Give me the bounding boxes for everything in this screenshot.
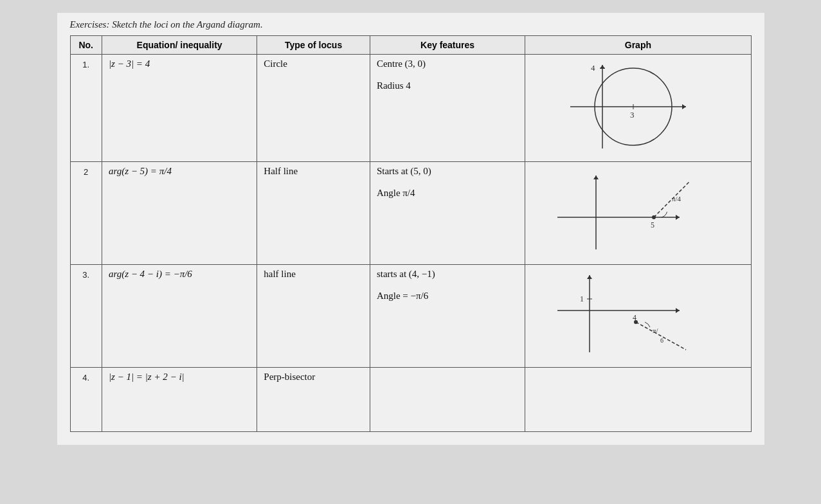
- table-row: 4. |z − 1| = |z + 2 − i| Perp-bisector: [70, 368, 751, 432]
- row-1-graph: 4 3: [525, 55, 751, 162]
- row-1-key: Centre (3, 0)Radius 4: [370, 55, 525, 162]
- svg-line-21: [636, 322, 686, 350]
- svg-marker-2: [682, 104, 686, 109]
- header-equation: Equation/ inequality: [102, 36, 257, 55]
- row-1-no: 1.: [70, 55, 102, 162]
- halfline2-graph: 1 4 π/ 6: [532, 269, 699, 359]
- row-4-no: 4.: [70, 368, 102, 432]
- svg-marker-19: [676, 308, 680, 313]
- row-3-key: starts at (4, −1)Angle = −π/6: [370, 265, 525, 368]
- header-type: Type of locus: [257, 36, 370, 55]
- row-3-no: 3.: [70, 265, 102, 368]
- svg-text:3: 3: [630, 110, 635, 120]
- table-row: 1. |z − 3| = 4 Circle Centre (3, 0)Radiu…: [70, 55, 751, 162]
- row-4-equation: |z − 1| = |z + 2 − i|: [102, 368, 257, 432]
- header-no: No.: [70, 36, 102, 55]
- row-2-type: Half line: [257, 162, 370, 265]
- svg-marker-12: [593, 176, 599, 179]
- svg-marker-11: [676, 215, 680, 220]
- row-3-equation: arg(z − 4 − i) = −π/6: [102, 265, 257, 368]
- halfline1-graph: 5 π/4: [532, 166, 699, 256]
- circle-graph: 4 3: [532, 59, 699, 155]
- header-key: Key features: [370, 36, 525, 55]
- page: Exercises: Sketch the loci on the Argand…: [57, 13, 764, 445]
- row-1-equation: |z − 3| = 4: [102, 55, 257, 162]
- row-2-key: Starts at (5, 0)Angle π/4: [370, 162, 525, 265]
- svg-text:6: 6: [660, 337, 663, 344]
- header-graph: Graph: [525, 36, 751, 55]
- row-2-graph: 5 π/4: [525, 162, 751, 265]
- svg-marker-20: [587, 275, 592, 279]
- loci-table: No. Equation/ inequality Type of locus K…: [70, 35, 752, 432]
- svg-text:π/4: π/4: [672, 195, 681, 203]
- row-4-graph: [525, 368, 751, 432]
- table-row: 2 arg(z − 5) = π/4 Half line Starts at (…: [70, 162, 751, 265]
- svg-text:1: 1: [580, 294, 584, 303]
- row-2-equation: arg(z − 5) = π/4: [102, 162, 257, 265]
- row-3-graph: 1 4 π/ 6: [525, 265, 751, 368]
- row-1-type: Circle: [257, 55, 370, 162]
- svg-text:π/: π/: [653, 327, 659, 334]
- svg-point-14: [652, 215, 656, 219]
- svg-text:4: 4: [633, 313, 636, 322]
- row-2-no: 2: [70, 162, 102, 265]
- row-4-type: Perp-bisector: [257, 368, 370, 432]
- row-4-key: [370, 368, 525, 432]
- table-row: 3. arg(z − 4 − i) = −π/6 half line start…: [70, 265, 751, 368]
- svg-text:4: 4: [591, 63, 595, 73]
- row-3-type: half line: [257, 265, 370, 368]
- instructions: Exercises: Sketch the loci on the Argand…: [70, 19, 752, 30]
- svg-text:5: 5: [651, 221, 654, 230]
